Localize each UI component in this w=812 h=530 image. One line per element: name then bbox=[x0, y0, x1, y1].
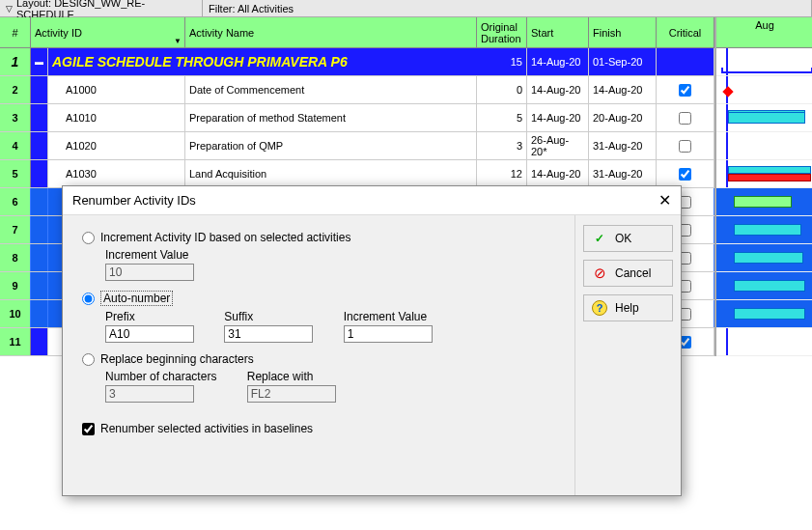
suffix-input[interactable] bbox=[224, 325, 313, 343]
start-cell[interactable]: 26-Aug-20* bbox=[527, 132, 589, 159]
indent-spacer bbox=[31, 188, 48, 215]
row-number: 5 bbox=[0, 160, 31, 187]
activity-id-cell[interactable]: A1000 bbox=[48, 76, 185, 103]
group-crit bbox=[657, 48, 714, 75]
task-bar[interactable] bbox=[734, 308, 805, 320]
col-critical[interactable]: Critical bbox=[657, 17, 714, 47]
row-number: 10 bbox=[0, 300, 31, 327]
table-row[interactable]: 2A1000Date of Commencement014-Aug-2014-A… bbox=[0, 76, 714, 104]
duration-cell[interactable]: 12 bbox=[477, 160, 527, 187]
critical-bar[interactable] bbox=[728, 174, 811, 181]
dialog-titlebar[interactable]: Renumber Activity IDs ✕ bbox=[63, 186, 681, 215]
critical-checkbox[interactable] bbox=[679, 84, 691, 97]
activity-id-cell[interactable]: A1020 bbox=[48, 132, 185, 159]
numchar-input bbox=[105, 385, 194, 403]
indent-spacer bbox=[31, 104, 48, 131]
activity-id-cell[interactable]: A1030 bbox=[48, 160, 185, 187]
gantt-panel[interactable]: Aug bbox=[716, 17, 812, 356]
increment2-input[interactable] bbox=[344, 325, 433, 343]
duration-cell[interactable]: 5 bbox=[477, 104, 527, 131]
increment-input bbox=[105, 264, 194, 281]
option-increment[interactable]: Increment Activity ID based on selected … bbox=[82, 231, 555, 244]
col-num[interactable]: # bbox=[0, 17, 31, 47]
row-number: 2 bbox=[0, 76, 31, 103]
start-cell[interactable]: 14-Aug-20 bbox=[527, 160, 589, 187]
finish-cell[interactable]: 31-Aug-20 bbox=[589, 160, 657, 187]
group-start: 14-Aug-20 bbox=[527, 48, 589, 75]
renumber-dialog: Renumber Activity IDs ✕ Increment Activi… bbox=[62, 185, 682, 496]
col-finish[interactable]: Finish bbox=[589, 17, 657, 47]
group-dur: 15 bbox=[477, 48, 527, 75]
help-button[interactable]: ? Help bbox=[583, 294, 673, 321]
collapse-icon[interactable]: ▬ bbox=[31, 48, 48, 75]
table-row[interactable]: 4A1020Preparation of QMP326-Aug-20*31-Au… bbox=[0, 132, 714, 160]
col-start[interactable]: Start bbox=[527, 17, 589, 47]
radio-increment[interactable] bbox=[82, 232, 95, 244]
table-row[interactable]: 5A1030Land Acquisition1214-Aug-2031-Aug-… bbox=[0, 160, 714, 188]
duration-cell[interactable]: 3 bbox=[477, 132, 527, 159]
activity-id-cell[interactable]: A1010 bbox=[48, 104, 185, 131]
indent-spacer bbox=[31, 328, 48, 355]
col-activity-name[interactable]: Activity Name bbox=[185, 17, 477, 47]
task-bar[interactable] bbox=[734, 280, 805, 292]
critical-checkbox[interactable] bbox=[679, 168, 691, 181]
start-cell[interactable]: 14-Aug-20 bbox=[527, 104, 589, 131]
critical-cell[interactable] bbox=[657, 132, 714, 159]
task-bar[interactable] bbox=[728, 112, 805, 124]
suffix-label: Suffix bbox=[224, 310, 313, 323]
finish-cell[interactable]: 20-Aug-20 bbox=[589, 104, 657, 131]
task-bar[interactable] bbox=[734, 252, 803, 264]
cancel-button[interactable]: ⊘ Cancel bbox=[583, 260, 673, 287]
check-icon: ✓ bbox=[592, 231, 607, 246]
sort-asc-icon: ▼ bbox=[174, 37, 182, 45]
critical-cell[interactable] bbox=[657, 104, 714, 131]
indent-spacer bbox=[31, 132, 48, 159]
critical-cell[interactable] bbox=[657, 160, 714, 187]
option-auto-number[interactable]: Auto-number bbox=[82, 291, 555, 306]
critical-cell[interactable] bbox=[657, 76, 714, 103]
activity-name-cell[interactable]: Date of Commencement bbox=[185, 76, 477, 103]
col-activity-id[interactable]: Activity ID ▼ bbox=[31, 17, 185, 47]
radio-auto-number[interactable] bbox=[82, 293, 95, 305]
duration-cell[interactable]: 0 bbox=[477, 76, 527, 103]
dialog-title: Renumber Activity IDs bbox=[72, 193, 196, 208]
numchar-label: Number of characters bbox=[105, 370, 216, 383]
baseline-label: Renumber selected activities in baseline… bbox=[100, 422, 313, 435]
activity-name-cell[interactable]: Preparation of method Statement bbox=[185, 104, 477, 131]
layout-filter-bar: ▽ Layout: DESIGN_WW_RE-SCHEDULE Filter: … bbox=[0, 0, 812, 17]
finish-cell[interactable]: 31-Aug-20 bbox=[589, 132, 657, 159]
baseline-checkbox[interactable] bbox=[82, 423, 95, 435]
activity-name-cell[interactable]: Land Acquisition bbox=[185, 160, 477, 187]
column-headers: # Activity ID ▼ Activity Name Original D… bbox=[0, 17, 714, 48]
task-bar[interactable] bbox=[734, 224, 801, 236]
col-duration[interactable]: Original Duration bbox=[477, 17, 527, 47]
radio-replace[interactable] bbox=[82, 353, 95, 366]
row-number: 7 bbox=[0, 216, 31, 243]
layout-dropdown[interactable]: ▽ Layout: DESIGN_WW_RE-SCHEDULE bbox=[0, 0, 203, 16]
prefix-label: Prefix bbox=[105, 310, 194, 323]
start-cell[interactable]: 14-Aug-20 bbox=[527, 76, 589, 103]
finish-cell[interactable]: 14-Aug-20 bbox=[589, 76, 657, 103]
close-icon[interactable]: ✕ bbox=[658, 191, 671, 209]
increment-label: Increment Value bbox=[105, 248, 194, 262]
filter-label-cell: Filter: All Activities bbox=[203, 0, 812, 16]
task-bar[interactable] bbox=[734, 196, 792, 208]
task-bar[interactable] bbox=[728, 166, 811, 174]
gantt-month-header: Aug bbox=[716, 17, 812, 48]
prefix-input[interactable] bbox=[105, 325, 194, 343]
group-title-row[interactable]: 1 ▬ AGILE SCHEDULE THROUGH PRIMAVERA P6 … bbox=[0, 48, 714, 76]
help-icon: ? bbox=[592, 300, 607, 316]
critical-checkbox[interactable] bbox=[679, 140, 691, 153]
critical-checkbox[interactable] bbox=[679, 112, 691, 125]
row-number: 4 bbox=[0, 132, 31, 159]
activity-name-cell[interactable]: Preparation of QMP bbox=[185, 132, 477, 159]
table-row[interactable]: 3A1010Preparation of method Statement514… bbox=[0, 104, 714, 132]
ok-button[interactable]: ✓ OK bbox=[583, 225, 673, 252]
indent-spacer bbox=[31, 216, 48, 243]
indent-spacer bbox=[31, 76, 48, 103]
cancel-icon: ⊘ bbox=[592, 265, 607, 281]
row-number: 8 bbox=[0, 244, 31, 271]
option-replace[interactable]: Replace beginning characters bbox=[82, 352, 555, 366]
baseline-checkbox-row[interactable]: Renumber selected activities in baseline… bbox=[82, 422, 555, 435]
row-number: 3 bbox=[0, 104, 31, 131]
